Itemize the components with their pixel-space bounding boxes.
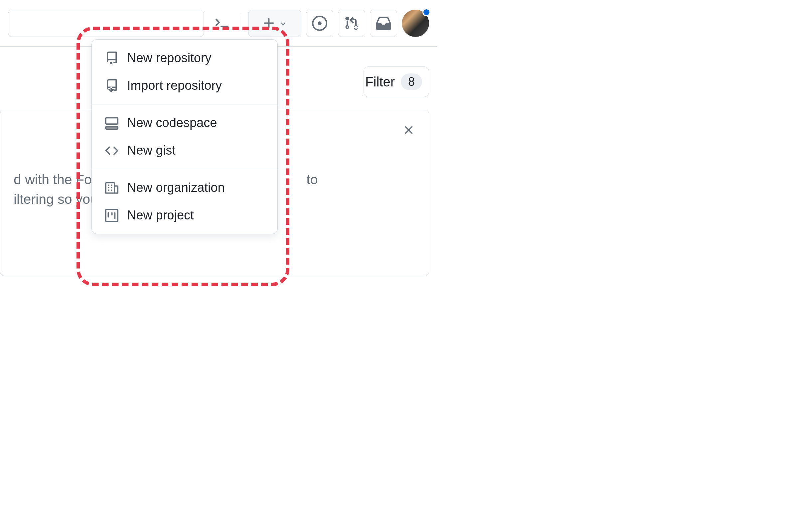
command-palette-icon (214, 15, 230, 31)
new-organization-item[interactable]: New organization (92, 174, 277, 201)
plus-icon (262, 16, 276, 30)
new-project-item[interactable]: New project (92, 201, 277, 229)
pull-request-icon (344, 16, 359, 31)
create-new-dropdown: New repository Import repository New cod… (91, 39, 278, 234)
codespaces-icon (105, 116, 118, 130)
pull-requests-button[interactable] (338, 10, 365, 37)
code-icon (105, 144, 118, 157)
chevron-down-icon (279, 19, 287, 28)
search-input[interactable] (8, 10, 204, 37)
notification-dot (422, 8, 431, 16)
new-gist-item[interactable]: New gist (92, 137, 277, 164)
filter-button[interactable]: Filter 8 (364, 67, 429, 97)
dropdown-item-label: New gist (127, 143, 176, 158)
dropdown-item-label: New organization (127, 180, 225, 195)
dropdown-item-label: New project (127, 208, 194, 222)
create-new-button[interactable] (248, 10, 301, 37)
dropdown-item-label: New repository (127, 51, 211, 65)
issues-button[interactable] (306, 10, 333, 37)
close-icon (402, 123, 415, 137)
dropdown-section: New repository Import repository (92, 40, 277, 104)
dropdown-item-label: New codespace (127, 116, 217, 130)
filter-count-badge: 8 (401, 73, 422, 90)
command-palette-button[interactable] (209, 10, 236, 37)
dropdown-section: New codespace New gist (92, 104, 277, 169)
repo-push-icon (105, 79, 118, 92)
close-button[interactable] (402, 123, 415, 140)
new-codespace-item[interactable]: New codespace (92, 109, 277, 137)
divider (242, 15, 242, 31)
import-repository-item[interactable]: Import repository (92, 72, 277, 99)
issues-icon (312, 16, 327, 31)
organization-icon (105, 181, 118, 194)
dropdown-item-label: Import repository (127, 78, 222, 93)
notifications-button[interactable] (370, 10, 397, 37)
new-repository-item[interactable]: New repository (92, 44, 277, 72)
dropdown-section: New organization New project (92, 169, 277, 234)
project-icon (105, 209, 118, 222)
user-avatar[interactable] (402, 10, 429, 37)
inbox-icon (376, 16, 391, 31)
svg-point-0 (318, 21, 322, 25)
repo-icon (105, 51, 118, 65)
filter-label: Filter (365, 74, 395, 90)
